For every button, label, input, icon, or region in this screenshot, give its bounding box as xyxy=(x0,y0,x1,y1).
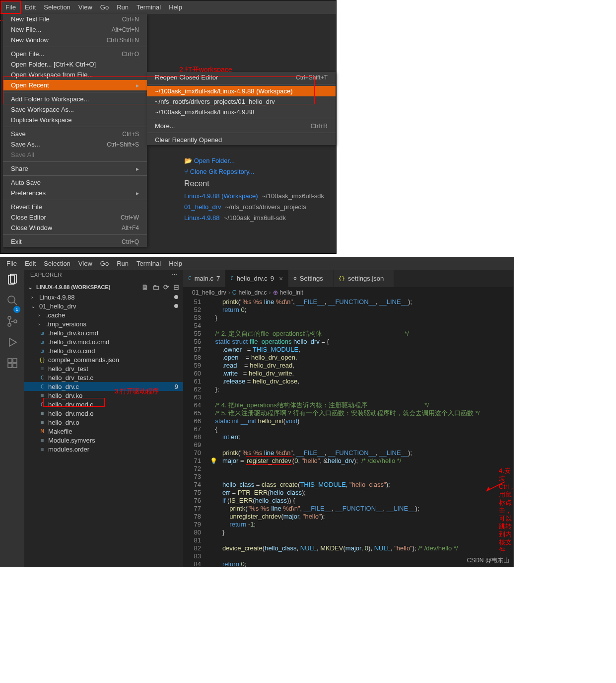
extensions-icon[interactable] xyxy=(6,357,18,369)
menu-item[interactable]: SaveCtrl+S xyxy=(3,129,147,139)
code-line[interactable]: 74 hello_class = class_create(THIS_MODUL… xyxy=(183,481,513,489)
breadcrumb-item[interactable]: 01_hello_drv xyxy=(192,289,226,296)
menu-item[interactable]: Close WindowAlt+F4 xyxy=(3,223,147,233)
menu-run[interactable]: Run xyxy=(113,1,133,13)
recent-link[interactable]: Linux-4.9.88~/100ask_imx6ull-sdk xyxy=(184,214,324,222)
menu-item[interactable]: Duplicate Workspace xyxy=(3,115,147,125)
tree-item[interactable]: ⊞.hello_drv.mod.o.cmd xyxy=(24,337,183,346)
recent-link[interactable]: Linux-4.9.88 (Workspace)~/100ask_imx6ull… xyxy=(184,192,324,200)
menu-item[interactable]: New WindowCtrl+Shift+N xyxy=(3,35,147,45)
tree-item[interactable]: ›Linux-4.9.88 xyxy=(24,293,183,302)
menu-run[interactable]: Run xyxy=(113,258,133,269)
code-line[interactable]: 55 /* 2. 定义自己的file_operations结构体 */ xyxy=(183,330,513,338)
menu-terminal[interactable]: Terminal xyxy=(133,1,165,13)
recent-link[interactable]: 01_hello_drv~/nfs_rootfs/drivers_project… xyxy=(184,203,324,211)
run-debug-icon[interactable] xyxy=(6,336,18,348)
more-icon[interactable]: ⋯ xyxy=(172,272,178,280)
tree-item[interactable]: Chello_drv.c9 xyxy=(24,382,183,391)
code-line[interactable]: 77 printk("%s %s line %d\n", __FILE__, _… xyxy=(183,505,513,513)
menu-go[interactable]: Go xyxy=(96,258,113,269)
code-line[interactable]: 57 .owner = THIS_MODULE, xyxy=(183,346,513,354)
code-line[interactable]: 59 .read = hello_drv_read, xyxy=(183,362,513,370)
menu-go[interactable]: Go xyxy=(96,1,113,13)
recent-item[interactable]: More...Ctrl+R xyxy=(147,121,336,131)
code-line[interactable]: 52 return 0; xyxy=(183,306,513,314)
tree-item[interactable]: ≡hello_drv.o xyxy=(24,418,183,427)
tree-item[interactable]: ›.cache xyxy=(24,310,183,319)
code-line[interactable]: 79 return -1; xyxy=(183,521,513,529)
tree-item[interactable]: ≡hello_drv_test xyxy=(24,364,183,373)
menu-item[interactable]: Save As...Ctrl+Shift+S xyxy=(3,139,147,150)
lightbulb-icon[interactable]: 💡 xyxy=(210,457,217,465)
menu-edit[interactable]: Edit xyxy=(21,1,40,13)
editor-tab[interactable]: {}settings.json xyxy=(334,270,395,287)
code-line[interactable]: 65 /* 5. 谁来注册驱动程序啊？得有一个入口函数：安装驱动程序时，就会去调… xyxy=(183,409,513,417)
code-line[interactable]: 81 xyxy=(183,536,513,544)
menu-item[interactable]: Auto Save xyxy=(3,177,147,188)
menu-item[interactable]: Open Folder... [Ctrl+K Ctrl+O] xyxy=(3,59,147,70)
workspace-header[interactable]: ⌄LINUX-4.9.88 (WORKSPACE) 🗎 🗀 ⟳ ⊟ xyxy=(24,282,183,293)
code-line[interactable]: 83 xyxy=(183,552,513,560)
code-line[interactable]: 68 int err; xyxy=(183,433,513,441)
breadcrumb-item[interactable]: hello_drv.c xyxy=(238,289,267,296)
code-line[interactable]: 84 return 0; xyxy=(183,560,513,567)
close-icon[interactable]: × xyxy=(279,275,283,283)
editor-tab[interactable]: Chello_drv.c9× xyxy=(225,270,288,287)
code-line[interactable]: 62 }; xyxy=(183,385,513,393)
menu-item[interactable]: Close EditorCtrl+W xyxy=(3,212,147,223)
recent-item[interactable]: ~/100ask_imx6ull-sdk/Linux-4.9.88 xyxy=(147,107,336,117)
menu-item[interactable]: Revert File xyxy=(3,202,147,212)
menu-item[interactable]: Share▸ xyxy=(3,163,147,174)
menu-item[interactable]: Open File...Ctrl+O xyxy=(3,49,147,59)
menu-file[interactable]: File xyxy=(0,0,21,14)
menu-item[interactable]: New Text FileCtrl+N xyxy=(3,14,147,24)
tree-item[interactable]: ⊞.hello_drv.ko.cmd xyxy=(24,328,183,337)
code-line[interactable]: 72 xyxy=(183,465,513,473)
explorer-icon[interactable] xyxy=(6,274,18,286)
code-line[interactable]: 56 static struct file_operations hello_d… xyxy=(183,338,513,346)
code-line[interactable]: 82 device_create(hello_class, NULL, MKDE… xyxy=(183,544,513,552)
tree-item[interactable]: MMakefile xyxy=(24,427,183,436)
tree-item[interactable]: Chello_drv_test.c xyxy=(24,373,183,382)
breadcrumb[interactable]: 01_hello_drv›C hello_drv.c›⊕ hello_init xyxy=(183,287,513,298)
tree-item[interactable]: ≡Module.symvers xyxy=(24,436,183,445)
breadcrumb-item[interactable]: hello_init xyxy=(280,289,303,296)
tree-item[interactable]: ≡modules.order xyxy=(24,445,183,454)
code-line[interactable]: 58 .open = hello_drv_open, xyxy=(183,354,513,362)
code-line[interactable]: 64 /* 4. 把file_operations结构体告诉内核：注册驱动程序 … xyxy=(183,401,513,409)
menu-selection[interactable]: Selection xyxy=(40,1,74,13)
code-line[interactable]: 80 } xyxy=(183,529,513,536)
source-control-icon[interactable] xyxy=(6,315,18,327)
clone-repo-link[interactable]: ⑂ Clone Git Repository... xyxy=(184,168,324,175)
code-line[interactable]: 76 if (IS_ERR(hello_class)) { xyxy=(183,497,513,505)
tree-item[interactable]: ⊞.hello_drv.o.cmd xyxy=(24,346,183,355)
menu-selection[interactable]: Selection xyxy=(40,258,74,269)
code-line[interactable]: 67 { xyxy=(183,425,513,433)
menu-item[interactable]: Save Workspace As... xyxy=(3,104,147,115)
code-line[interactable]: 60 .write = hello_drv_write, xyxy=(183,370,513,378)
tree-item[interactable]: ⌄01_hello_drv xyxy=(24,302,183,310)
code-editor[interactable]: 💡 4.安装Ctrl，用鼠标点击，可以跳转到内核文件 51 printk("%s… xyxy=(183,298,513,567)
menu-file[interactable]: File xyxy=(2,258,21,269)
editor-tab[interactable]: Cmain.c7 xyxy=(183,270,225,287)
open-folder-link[interactable]: 📂 Open Folder... xyxy=(184,157,324,164)
code-line[interactable]: 78 unregister_chrdev(major, "hello"); xyxy=(183,513,513,521)
code-line[interactable]: 63 xyxy=(183,393,513,401)
menu-item[interactable]: New File...Alt+Ctrl+N xyxy=(3,24,147,35)
code-line[interactable]: 75 err = PTR_ERR(hello_class); xyxy=(183,489,513,497)
menu-item[interactable]: Save All xyxy=(3,150,147,160)
code-line[interactable]: 51 printk("%s %s line %d\n", __FILE__, _… xyxy=(183,298,513,306)
code-line[interactable]: 71 major = register_chrdev(0, "hello", &… xyxy=(183,457,513,465)
editor-tab[interactable]: ⚙Settings xyxy=(288,270,334,287)
menu-item[interactable]: ExitCtrl+Q xyxy=(3,236,147,247)
search-icon[interactable] xyxy=(6,295,18,306)
menu-terminal[interactable]: Terminal xyxy=(133,258,165,269)
menu-view[interactable]: View xyxy=(74,1,96,13)
menu-item[interactable]: Preferences▸ xyxy=(3,188,147,198)
menu-view[interactable]: View xyxy=(74,258,96,269)
code-line[interactable]: 73 xyxy=(183,473,513,481)
code-line[interactable]: 70 printk("%s %s line %d\n", __FILE__, _… xyxy=(183,449,513,457)
menu-help[interactable]: Help xyxy=(165,1,186,13)
code-line[interactable]: 61 .release = hello_drv_close, xyxy=(183,378,513,385)
new-file-icon[interactable]: 🗎 xyxy=(141,283,148,291)
